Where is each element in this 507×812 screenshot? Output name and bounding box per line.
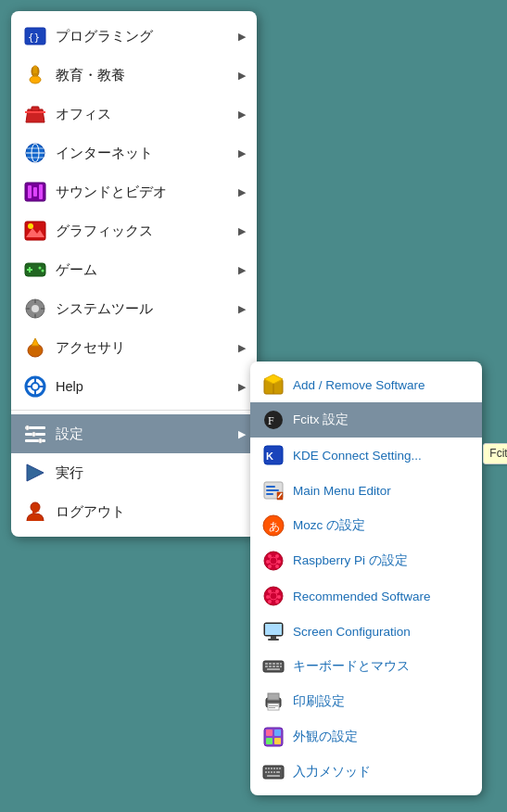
menu-item-settings[interactable]: 設定 ▶ [11, 414, 257, 453]
sound-icon [22, 179, 48, 205]
svg-rect-104 [274, 738, 281, 744]
main-menu: {} プログラミング ▶ 教育・教養 ▶ オフィス ▶ [11, 11, 257, 537]
svg-point-74 [275, 590, 279, 593]
svg-rect-117 [267, 775, 280, 777]
svg-point-19 [28, 223, 33, 229]
menu-item-graphics[interactable]: グラフィックス ▶ [11, 211, 257, 250]
svg-rect-112 [265, 771, 267, 773]
svg-rect-109 [273, 768, 275, 769]
arrow-graphics: ▶ [238, 225, 246, 237]
menu-label-run: 実行 [56, 464, 246, 482]
flask-icon [22, 62, 48, 88]
svg-rect-94 [267, 668, 280, 670]
svg-rect-91 [273, 666, 275, 667]
svg-point-23 [39, 267, 42, 270]
arrow-programming: ▶ [238, 31, 246, 43]
svg-rect-87 [276, 663, 279, 665]
accessories-icon [22, 335, 48, 361]
svg-rect-116 [276, 771, 280, 773]
sub-item-raspi[interactable]: Raspberry Pi の設定 [250, 543, 482, 578]
sub-item-mozc[interactable]: あ Mozc の設定 [250, 508, 482, 543]
svg-rect-101 [266, 730, 273, 736]
menu-label-programming: プログラミング [56, 28, 234, 45]
menu-edit-icon [261, 478, 285, 502]
sub-item-recommended[interactable]: Recommended Software [250, 578, 482, 614]
svg-point-34 [32, 383, 39, 390]
svg-marker-45 [27, 464, 44, 481]
menu-label-settings: 設定 [56, 425, 234, 443]
package-icon [261, 373, 285, 397]
svg-rect-4 [33, 66, 37, 73]
svg-text:K: K [266, 450, 273, 462]
svg-rect-88 [280, 663, 282, 665]
svg-point-78 [275, 600, 279, 603]
sub-item-appearance[interactable]: 外観の設定 [250, 719, 482, 755]
sub-label-screen: Screen Configuration [293, 625, 471, 639]
menu-label-sound: サウンドとビデオ [56, 184, 234, 201]
sub-item-keyboard[interactable]: キーボードとマウス [250, 649, 482, 684]
svg-point-68 [277, 560, 281, 564]
arrow-help: ▶ [238, 381, 246, 393]
menu-label-office: オフィス [56, 106, 234, 123]
arrow-games: ▶ [238, 264, 246, 276]
menu-item-help[interactable]: Help ▶ [11, 367, 257, 406]
sub-item-input[interactable]: 入力メソッド [250, 755, 482, 790]
svg-point-67 [266, 560, 270, 564]
settings-icon [22, 421, 48, 447]
briefcase-icon [22, 101, 48, 127]
menu-item-sound[interactable]: サウンドとビデオ ▶ [11, 172, 257, 211]
svg-rect-86 [273, 663, 275, 665]
svg-rect-22 [27, 269, 32, 271]
arrow-education: ▶ [238, 70, 246, 82]
menu-item-programming[interactable]: {} プログラミング ▶ [11, 17, 257, 56]
svg-rect-103 [266, 738, 273, 744]
graphics-icon [22, 218, 48, 244]
sub-label-appearance: 外観の設定 [293, 729, 471, 745]
svg-rect-14 [28, 185, 32, 198]
sub-item-screen[interactable]: Screen Configuration [250, 614, 482, 649]
sub-item-add-remove[interactable]: Add / Remove Software [250, 367, 482, 402]
menu-item-logout[interactable]: ログアウト [11, 492, 257, 531]
sub-label-print: 印刷設定 [293, 693, 471, 710]
svg-point-72 [270, 592, 277, 600]
sub-item-menu-editor[interactable]: Main Menu Editor [250, 473, 482, 508]
sub-item-fcitx[interactable]: F Fcitx 設定 Fcitx 設定 [250, 402, 482, 438]
menu-label-games: ゲーム [56, 261, 234, 279]
lifebuoy-icon [22, 374, 48, 400]
sub-item-print[interactable]: 印刷設定 [250, 684, 482, 719]
svg-rect-98 [269, 705, 278, 706]
sub-label-raspi: Raspberry Pi の設定 [293, 552, 471, 569]
svg-rect-42 [26, 425, 29, 430]
sub-item-kde[interactable]: K KDE Connect Setting... [250, 438, 482, 473]
svg-rect-6 [32, 107, 39, 111]
menu-item-system[interactable]: システムツール ▶ [11, 289, 257, 328]
svg-rect-7 [25, 111, 45, 113]
svg-rect-56 [266, 486, 275, 488]
arrow-sound: ▶ [238, 186, 246, 198]
svg-point-3 [30, 76, 41, 83]
menu-label-logout: ログアウト [56, 503, 246, 521]
menu-item-run[interactable]: 実行 [11, 453, 257, 492]
printer-icon [261, 690, 285, 714]
code-icon: {} [22, 23, 48, 49]
svg-rect-89 [265, 666, 268, 667]
svg-rect-110 [276, 768, 278, 769]
menu-item-education[interactable]: 教育・教養 ▶ [11, 56, 257, 95]
menu-item-internet[interactable]: インターネット ▶ [11, 133, 257, 172]
menu-label-internet: インターネット [56, 145, 234, 162]
svg-point-64 [270, 557, 277, 565]
menu-item-accessories[interactable]: アクセサリ ▶ [11, 328, 257, 367]
menu-item-games[interactable]: ゲーム ▶ [11, 250, 257, 289]
menu-item-office[interactable]: オフィス ▶ [11, 95, 257, 133]
svg-rect-29 [26, 308, 30, 310]
svg-rect-58 [266, 493, 273, 495]
menu-label-graphics: グラフィックス [56, 222, 234, 240]
fcitx-tooltip: Fcitx 設定 [483, 443, 507, 464]
arrow-system: ▶ [238, 303, 246, 315]
divider-1 [11, 410, 257, 411]
gear-icon [22, 296, 48, 322]
fcitx-icon: F [261, 408, 285, 432]
mozc-icon: あ [261, 514, 285, 538]
svg-rect-44 [39, 438, 42, 443]
svg-rect-90 [269, 666, 272, 667]
